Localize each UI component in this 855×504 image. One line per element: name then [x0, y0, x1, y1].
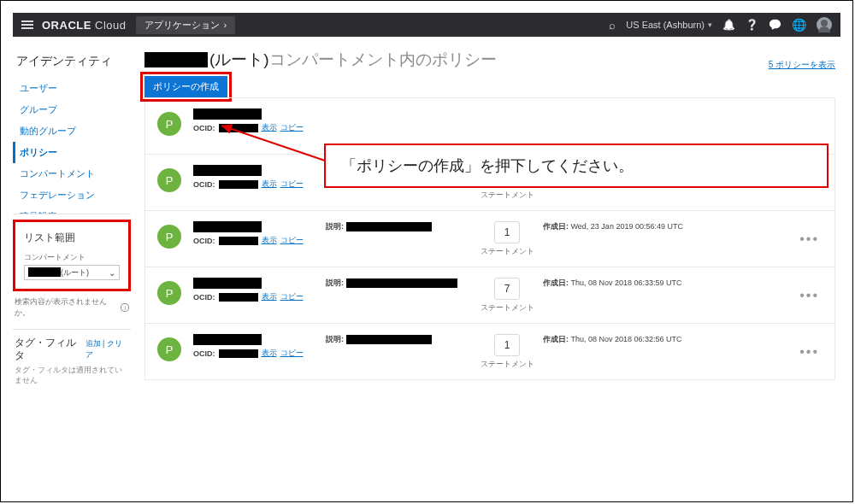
ocid-label: OCID: — [193, 349, 215, 358]
list-scope-panel: リスト範囲 コンパートメント (ルート) ⌄ — [13, 220, 131, 291]
ocid-copy-link[interactable]: コピー — [280, 179, 304, 190]
info-icon[interactable]: i — [121, 303, 129, 312]
ocid-show-link[interactable]: 表示 — [262, 122, 277, 133]
page-title-root: (ルート) — [209, 49, 269, 71]
sidebar-item-encryption[interactable]: 暗号設定 — [13, 206, 131, 214]
create-policy-button[interactable]: ポリシーの作成 — [144, 76, 227, 97]
sidebar-item-groups[interactable]: グループ — [13, 99, 131, 120]
redacted-text — [28, 267, 61, 277]
compartment-select[interactable]: (ルート) ⌄ — [24, 265, 120, 280]
more-actions-icon[interactable]: ••• — [796, 341, 823, 363]
created-value: Thu, 08 Nov 2018 06:32:56 UTC — [571, 335, 682, 343]
annotation-callout: 「ポリシーの作成」を押下してください。 — [324, 144, 828, 188]
chat-icon[interactable] — [769, 19, 781, 31]
redacted-text — [193, 334, 262, 345]
search-icon[interactable]: ⌕ — [609, 19, 616, 32]
policy-list-item: P OCID: 表示 コピー 説明: — [145, 323, 834, 379]
created-col: 作成日: Thu, 08 Nov 2018 06:33:59 UTC — [543, 278, 796, 289]
ocid-show-link[interactable]: 表示 — [262, 235, 277, 246]
ocid-copy-link[interactable]: コピー — [280, 291, 304, 302]
statement-count: 1 — [494, 221, 520, 243]
policy-list: P OCID: 表示 コピー — [144, 97, 835, 380]
redacted-text — [346, 222, 432, 231]
compartment-root-suffix: (ルート) — [61, 268, 89, 277]
brand-bold: ORACLE — [42, 19, 91, 32]
policy-name-col: OCID: 表示 コピー — [193, 278, 317, 302]
policy-name-col: OCID: 表示 コピー — [193, 221, 317, 246]
create-button-highlight: ポリシーの作成 — [144, 76, 227, 97]
ocid-show-link[interactable]: 表示 — [262, 291, 277, 302]
bell-icon[interactable] — [722, 19, 735, 31]
ocid-label: OCID: — [193, 237, 215, 245]
policy-count-link[interactable]: 5 ポリシーを表示 — [769, 59, 835, 71]
redacted-text — [219, 349, 258, 358]
policy-icon: P — [157, 112, 181, 136]
policy-icon: P — [157, 168, 181, 192]
more-actions-icon[interactable]: ••• — [796, 284, 823, 307]
more-actions-icon[interactable]: ••• — [796, 228, 823, 250]
created-col: 作成日: Wed, 23 Jan 2019 00:56:49 UTC — [543, 221, 796, 232]
policy-name-col: OCID: 表示 コピー — [193, 334, 317, 359]
redacted-text — [193, 108, 262, 120]
created-value: Thu, 08 Nov 2018 06:33:59 UTC — [571, 278, 682, 287]
redacted-text — [219, 293, 258, 302]
list-scope-title: リスト範囲 — [24, 231, 120, 245]
policy-list-item: P OCID: 表示 コピー 説明: — [145, 210, 834, 267]
statement-label: ステートメント — [480, 190, 534, 199]
ocid-copy-link[interactable]: コピー — [280, 122, 304, 133]
desc-label: 説明: — [326, 222, 344, 231]
chevron-down-icon: ▾ — [708, 21, 712, 29]
region-label: US East (Ashburn) — [626, 20, 705, 30]
statement-count-col: 1 ステートメント — [480, 334, 534, 368]
chevron-right-icon: › — [223, 20, 227, 30]
redacted-text — [144, 52, 208, 67]
brand-label: ORACLE Cloud — [42, 19, 126, 32]
statement-count: 7 — [494, 278, 520, 300]
tag-filter-note: タグ・フィルタは適用されていません — [13, 364, 131, 388]
page-title-rest: コンパートメント内のポリシー — [269, 49, 497, 71]
search-hint-text: 検索内容が表示されませんか。 — [15, 296, 118, 319]
redacted-text — [219, 237, 258, 245]
sidebar-title: アイデンティティ — [13, 49, 131, 78]
policy-icon: P — [157, 281, 181, 305]
list-scope-field-label: コンパートメント — [24, 252, 120, 263]
redacted-text — [193, 278, 262, 289]
ocid-copy-link[interactable]: コピー — [280, 348, 304, 359]
sidebar-item-compartments[interactable]: コンパートメント — [13, 163, 131, 185]
redacted-text — [219, 180, 258, 189]
ocid-copy-link[interactable]: コピー — [280, 235, 304, 246]
divider — [13, 329, 131, 330]
tag-filter-header: タグ・フィルタ 追加 | クリア — [13, 335, 131, 364]
ocid-show-link[interactable]: 表示 — [262, 348, 277, 359]
avatar[interactable] — [817, 17, 832, 32]
page-title: (ルート) コンパートメント内のポリシー — [144, 49, 497, 71]
redacted-text — [193, 165, 262, 176]
statement-label: ステートメント — [480, 360, 534, 368]
created-value: Wed, 23 Jan 2019 00:56:49 UTC — [571, 222, 683, 231]
menu-icon[interactable] — [21, 21, 33, 29]
ocid-show-link[interactable]: 表示 — [262, 179, 277, 190]
statement-count: 1 — [494, 334, 520, 356]
statement-count-col: 1 ステートメント — [480, 221, 534, 255]
ocid-label: OCID: — [193, 293, 215, 302]
brand-thin: Cloud — [95, 19, 126, 32]
policy-name-col: OCID: 表示 コピー — [193, 108, 317, 133]
sidebar-item-users[interactable]: ユーザー — [13, 78, 131, 99]
sidebar-item-dynamic-groups[interactable]: 動的グループ — [13, 120, 131, 142]
statement-count-col: 7 ステートメント — [480, 278, 534, 312]
help-icon[interactable] — [746, 19, 758, 31]
policy-name-col: OCID: 表示 コピー — [193, 165, 317, 190]
globe-icon[interactable] — [792, 18, 806, 32]
tag-filter-actions[interactable]: 追加 | クリア — [86, 338, 129, 360]
statement-label: ステートメント — [480, 247, 534, 255]
sidebar-item-policies[interactable]: ポリシー — [13, 142, 131, 163]
created-col: 作成日: Thu, 08 Nov 2018 06:32:56 UTC — [543, 334, 796, 345]
region-selector[interactable]: US East (Ashburn) ▾ — [626, 20, 712, 30]
search-hint: 検索内容が表示されませんか。 i — [13, 291, 131, 324]
desc-label: 説明: — [326, 278, 344, 287]
applications-menu[interactable]: アプリケーション › — [136, 16, 235, 34]
sidebar-item-federation[interactable]: フェデレーション — [13, 185, 131, 206]
policy-icon: P — [157, 337, 181, 361]
redacted-text — [346, 335, 432, 344]
redacted-text — [219, 124, 258, 132]
